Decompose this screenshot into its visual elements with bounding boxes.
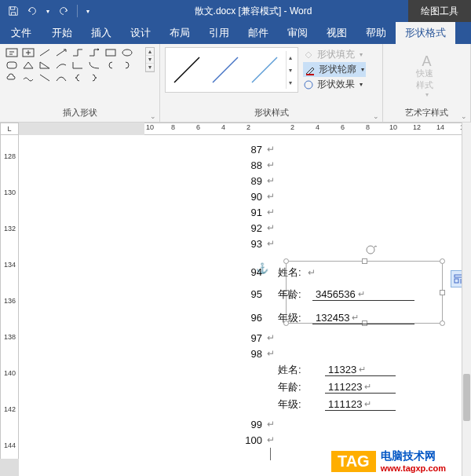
shape-rbrace-icon[interactable] xyxy=(120,60,134,71)
shape-rect-icon[interactable] xyxy=(104,47,118,58)
line-number: 89 xyxy=(239,175,262,187)
line-number: 92 xyxy=(239,222,262,234)
style-scroll-more-icon[interactable]: ▾ xyxy=(287,76,294,89)
tab-home[interactable]: 开始 xyxy=(42,22,82,44)
svg-rect-4 xyxy=(7,62,16,68)
shape-curve-icon[interactable] xyxy=(54,60,68,71)
scroll-up-icon[interactable]: ▴ xyxy=(146,48,154,56)
svg-rect-9 xyxy=(455,279,458,283)
field-age-label: 年龄: xyxy=(278,287,312,302)
tab-layout[interactable]: 布局 xyxy=(160,22,199,44)
vertical-scrollbar[interactable] xyxy=(462,123,471,476)
wordart-icon: A xyxy=(422,55,431,68)
scroll-down-icon[interactable]: ▾ xyxy=(146,56,154,64)
tab-view[interactable]: 视图 xyxy=(317,22,356,44)
style-scroll-up-icon[interactable]: ▴ xyxy=(287,51,294,64)
ruler-corner[interactable]: L xyxy=(0,123,19,135)
undo-icon[interactable] xyxy=(25,4,39,18)
shape-gallery-scroll[interactable]: ▴ ▾ ▾ xyxy=(145,47,155,72)
shape-style-gallery[interactable]: ▴ ▾ ▾ xyxy=(165,47,298,93)
shape-elbow-arrow-icon[interactable] xyxy=(87,47,101,58)
scroll-more-icon[interactable]: ▾ xyxy=(146,64,154,71)
line-number: 99 xyxy=(239,419,262,430)
resize-handle-nw[interactable] xyxy=(283,258,289,264)
shape-outline-button[interactable]: 形状轮廓 ▾ xyxy=(303,62,366,77)
quick-styles-label: 快速样式 xyxy=(416,68,438,91)
shape-elbow2-icon[interactable] xyxy=(71,60,85,71)
line-number: 91 xyxy=(239,207,262,218)
shape-lbrace-icon[interactable] xyxy=(104,60,118,71)
tab-insert[interactable]: 插入 xyxy=(82,22,121,44)
save-icon[interactable] xyxy=(6,4,20,18)
shape-oval-icon[interactable] xyxy=(120,47,134,58)
shape-roundrect-icon[interactable] xyxy=(5,60,19,71)
tab-help[interactable]: 帮助 xyxy=(356,22,396,44)
rotate-handle-icon[interactable] xyxy=(364,243,377,256)
shape-connector-icon[interactable] xyxy=(71,47,85,58)
shape-fill-button[interactable]: 形状填充 ▾ xyxy=(303,47,366,62)
shape-fill-label: 形状填充 xyxy=(317,48,355,61)
shape-gallery[interactable] xyxy=(5,47,144,83)
chevron-down-icon: ▾ xyxy=(360,81,363,88)
document-canvas[interactable]: 87↵ 88↵ 89↵ 90↵ 91↵ 92↵ 93↵ ⚓ 94 95 96 9… xyxy=(19,135,462,476)
tab-design[interactable]: 设计 xyxy=(121,22,160,44)
svg-point-7 xyxy=(367,246,374,254)
redo-icon[interactable] xyxy=(57,4,71,18)
svg-point-3 xyxy=(122,49,132,56)
pen-icon xyxy=(305,64,316,75)
horizontal-ruler[interactable]: 10 8 6 4 2 2 4 6 8 10 12 14 16 xyxy=(19,123,462,135)
qat-customize-icon[interactable]: ▾ xyxy=(84,4,92,18)
undo-dropdown-icon[interactable]: ▾ xyxy=(44,4,52,18)
scrollbar-thumb[interactable] xyxy=(463,374,470,421)
shape-effects-button[interactable]: 形状效果 ▾ xyxy=(303,77,366,92)
field-age-value[interactable]: 111223↵ xyxy=(325,381,396,394)
resize-handle-e[interactable] xyxy=(440,290,445,295)
effects-icon xyxy=(303,79,314,90)
field-age-label: 年龄: xyxy=(278,380,312,394)
shape-line2-icon[interactable] xyxy=(38,72,52,83)
vertical-ruler[interactable]: 128 130 132 134 136 138 140 142 144 xyxy=(0,135,19,476)
field-grade-label: 年级: xyxy=(278,311,312,325)
line-number: 94 xyxy=(239,266,262,278)
quick-styles-button: A 快速样式 ▾ xyxy=(412,60,442,93)
field-grade-value[interactable]: 111123↵ xyxy=(325,398,396,411)
style-sample-1[interactable] xyxy=(169,51,205,89)
field-age-value[interactable]: 3456536↵ xyxy=(312,288,414,301)
resize-handle-se[interactable] xyxy=(440,320,445,326)
shape-cloud-icon[interactable] xyxy=(5,72,19,83)
shape-triangle-icon[interactable] xyxy=(21,60,35,71)
shape-line-icon[interactable] xyxy=(38,47,52,58)
tab-mail[interactable]: 邮件 xyxy=(239,22,278,44)
context-tab-group: 绘图工具 xyxy=(408,0,471,22)
watermark-line1: 电脑技术网 xyxy=(381,449,446,463)
tab-references[interactable]: 引用 xyxy=(199,22,239,44)
field-name-value[interactable]: 11323↵ xyxy=(325,364,396,376)
shape-curve2-icon[interactable] xyxy=(87,60,101,71)
resize-handle-ne[interactable] xyxy=(440,258,445,264)
style-sample-2[interactable] xyxy=(208,51,244,89)
shape-lbrace2-icon[interactable] xyxy=(71,72,85,83)
tab-shape-format[interactable]: 形状格式 xyxy=(396,22,455,44)
layout-options-button[interactable] xyxy=(451,270,462,287)
shape-textbox-icon[interactable] xyxy=(5,47,19,58)
shape-arc-icon[interactable] xyxy=(54,72,68,83)
tab-review[interactable]: 审阅 xyxy=(278,22,317,44)
shape-arrow-icon[interactable] xyxy=(54,47,68,58)
group-wordart-styles-label: 艺术字样式 xyxy=(388,105,466,122)
resize-handle-n[interactable] xyxy=(362,258,367,264)
style-sample-3[interactable] xyxy=(246,51,283,89)
tab-file[interactable]: 文件 xyxy=(0,22,42,44)
watermark-line2: www.tagxp.com xyxy=(381,463,446,473)
group-insert-shapes-label: 插入形状 xyxy=(5,105,155,122)
field-grade-value[interactable]: 132453↵ xyxy=(312,312,414,324)
return-mark: ↵ xyxy=(308,267,316,278)
return-mark: ↵ xyxy=(267,434,275,445)
line-number: 93 xyxy=(239,238,262,250)
shape-rbrace2-icon[interactable] xyxy=(87,72,101,83)
style-scroll-down-icon[interactable]: ▾ xyxy=(287,64,294,76)
ribbon-tabs: 文件 开始 插入 设计 布局 引用 邮件 审阅 视图 帮助 形状格式 xyxy=(0,22,471,44)
line-number: 95 xyxy=(239,288,262,300)
shape-textbox2-icon[interactable] xyxy=(21,47,35,58)
shape-wave-icon[interactable] xyxy=(21,72,35,83)
shape-rtriangle-icon[interactable] xyxy=(38,60,52,71)
